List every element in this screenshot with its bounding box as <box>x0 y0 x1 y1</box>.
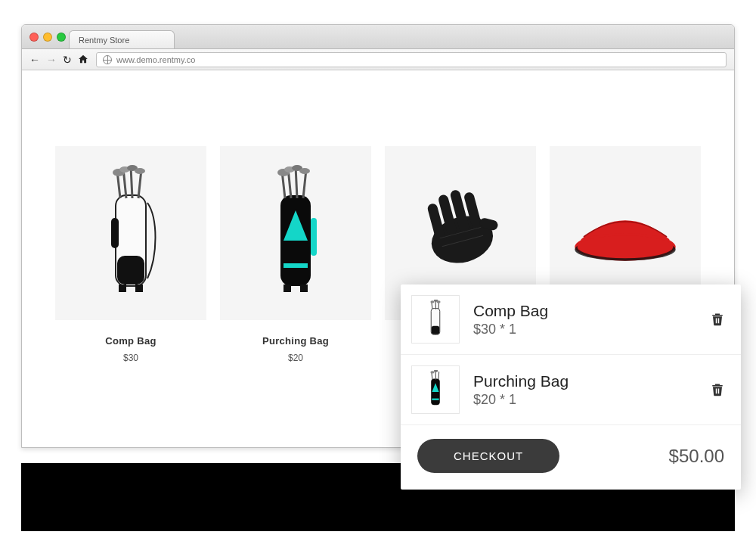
back-icon[interactable]: ← <box>29 54 40 65</box>
cart-item-price-line: $30 * 1 <box>473 322 708 337</box>
product-name: Purching Bag <box>220 335 371 347</box>
svg-point-35 <box>430 371 434 373</box>
svg-rect-18 <box>300 284 308 292</box>
svg-rect-10 <box>282 241 309 284</box>
cart-item-title: Purching Bag <box>473 372 708 390</box>
svg-rect-33 <box>431 379 440 406</box>
cart-footer: CHECKOUT $50.00 <box>401 425 741 476</box>
trash-icon <box>711 312 724 327</box>
product-image <box>55 146 206 320</box>
trash-icon <box>711 382 724 397</box>
browser-toolbar: ← → ↻ www.demo.rentmy.co <box>22 49 734 70</box>
checkout-button[interactable]: CHECKOUT <box>417 439 559 473</box>
svg-rect-34 <box>432 399 438 400</box>
product-illustration <box>250 165 341 301</box>
cart-item-price-line: $20 * 1 <box>473 392 708 408</box>
cart-item-thumb <box>411 365 460 414</box>
product-illustration <box>569 195 682 271</box>
product-card[interactable]: Comp Bag $30 <box>55 146 206 363</box>
cart-popover: Comp Bag $30 * 1 Purching Bag $20 * 1 <box>401 284 741 490</box>
home-icon[interactable] <box>78 54 88 66</box>
remove-item-button[interactable] <box>708 379 727 400</box>
url-text: www.demo.rentmy.co <box>116 55 195 64</box>
product-price: $20 <box>220 353 371 363</box>
nav-controls: ← → ↻ <box>29 54 88 66</box>
svg-rect-1 <box>117 256 144 284</box>
tab-title: Rentmy Store <box>79 36 129 45</box>
svg-rect-11 <box>284 263 308 268</box>
traffic-lights <box>29 33 66 42</box>
svg-point-5 <box>135 168 145 174</box>
browser-tab[interactable]: Rentmy Store <box>69 30 175 48</box>
svg-rect-8 <box>135 284 143 292</box>
address-bar[interactable]: www.demo.rentmy.co <box>96 52 727 67</box>
svg-rect-16 <box>311 218 317 256</box>
remove-item-button[interactable] <box>708 309 727 330</box>
product-thumb-illustration <box>419 300 452 339</box>
product-illustration <box>85 165 176 301</box>
svg-point-30 <box>430 300 434 303</box>
product-name: Comp Bag <box>55 335 206 347</box>
cart-item-info: Purching Bag $20 * 1 <box>460 372 708 408</box>
svg-rect-17 <box>284 284 291 292</box>
titlebar: Rentmy Store <box>22 25 734 49</box>
cart-item-info: Comp Bag $30 * 1 <box>460 302 708 337</box>
cart-item-thumb <box>411 295 460 344</box>
svg-point-32 <box>436 300 440 303</box>
close-window-button[interactable] <box>29 33 39 42</box>
cart-item-title: Comp Bag <box>473 302 708 320</box>
maximize-window-button[interactable] <box>57 33 66 42</box>
svg-point-27 <box>578 235 674 258</box>
svg-rect-6 <box>111 218 119 248</box>
cart-item: Comp Bag $30 * 1 <box>401 284 741 355</box>
svg-point-36 <box>434 370 438 372</box>
svg-rect-29 <box>432 326 439 334</box>
svg-rect-7 <box>119 284 126 292</box>
product-illustration <box>404 183 517 282</box>
product-thumb-illustration <box>419 370 452 409</box>
globe-icon <box>103 55 112 64</box>
cart-total: $50.00 <box>669 446 724 467</box>
product-price: $30 <box>55 353 206 363</box>
svg-point-15 <box>299 168 310 174</box>
minimize-window-button[interactable] <box>43 33 52 42</box>
product-image <box>220 146 371 320</box>
forward-icon[interactable]: → <box>46 54 57 65</box>
cart-item: Purching Bag $20 * 1 <box>401 355 741 425</box>
product-card[interactable]: Purching Bag $20 <box>220 146 371 363</box>
reload-icon[interactable]: ↻ <box>63 54 72 65</box>
